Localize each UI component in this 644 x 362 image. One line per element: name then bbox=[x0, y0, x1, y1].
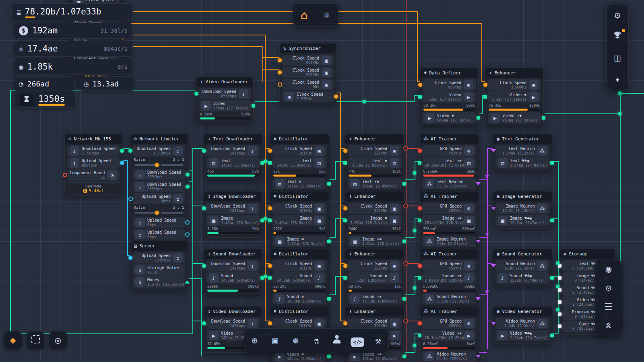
port-dot-red[interactable] bbox=[418, 321, 422, 325]
snd-icon[interactable]: ♪ bbox=[464, 273, 474, 283]
cooling-button[interactable]: ⊛ bbox=[287, 332, 305, 350]
dl-icon[interactable]: ↧ bbox=[70, 146, 79, 156]
port-dot-red[interactable] bbox=[418, 264, 422, 268]
port-dot-cyan[interactable] bbox=[120, 161, 124, 165]
port-ring-cyan[interactable] bbox=[185, 232, 190, 237]
node-server[interactable]: ▤ServerUpload Speed855Ybps↥$Storage Valu… bbox=[130, 241, 188, 290]
chip-icon[interactable]: ▣ bbox=[390, 261, 399, 271]
gauge-icon[interactable]: ◷ bbox=[107, 170, 117, 180]
ratio-slider[interactable]: Ratio5 : 5 bbox=[134, 157, 184, 166]
chip-icon[interactable]: ▣ bbox=[464, 80, 473, 90]
dollar2-icon[interactable]: $ bbox=[135, 277, 145, 287]
port-ring-orange[interactable] bbox=[278, 82, 282, 87]
neuron-icon[interactable]: ⁂ bbox=[537, 204, 547, 213]
port-dot-green[interactable] bbox=[186, 185, 190, 189]
neuron-icon[interactable]: ⁂ bbox=[425, 294, 434, 304]
port-sq-green[interactable] bbox=[418, 334, 421, 337]
game-canvas[interactable]: ▣Clock Speed1.93RHzClock Speed967YHzCloc… bbox=[0, 0, 644, 362]
port-tri-purple[interactable] bbox=[491, 264, 496, 267]
port-dot-orange[interactable] bbox=[343, 149, 347, 153]
node-ai-trainer-text[interactable]: ⁂AI TrainerGPU Speed453YHz⊛Text ↟✖28.2ae… bbox=[419, 134, 479, 192]
prestige-button[interactable]: ✦ bbox=[609, 70, 626, 88]
port-sq-green[interactable] bbox=[268, 276, 272, 280]
chip-icon[interactable]: ▣ bbox=[314, 261, 324, 271]
port-ring-cyan[interactable] bbox=[128, 197, 133, 201]
img-icon[interactable]: ▦ bbox=[209, 216, 219, 225]
port-tri-purple[interactable] bbox=[491, 322, 496, 325]
port-sq-green[interactable] bbox=[343, 276, 347, 280]
port-sq-green[interactable] bbox=[268, 161, 272, 165]
slider-knob[interactable] bbox=[155, 163, 159, 167]
port-sqw-white[interactable] bbox=[558, 300, 561, 304]
home-button[interactable]: ⌂ bbox=[295, 6, 313, 24]
workshop-button[interactable]: ⚒ bbox=[369, 332, 387, 350]
node-video-downloader-top[interactable]: ↧Video DownloaderDownload Speed855Ybps↧▶… bbox=[196, 76, 254, 123]
circle-tool-button[interactable]: ◎ bbox=[49, 331, 67, 349]
chip-icon[interactable]: ▣ bbox=[390, 319, 399, 328]
node-ai-trainer-image[interactable]: ⁂AI TrainerGPU Speed453YHz⊛Image ↟✖281ad… bbox=[419, 191, 479, 250]
snd-icon[interactable]: ♪ bbox=[209, 273, 219, 283]
node-video-generator[interactable]: ◉Video GeneratorVideo Neuron1.24b [113k/… bbox=[493, 306, 552, 344]
port-sq-green[interactable] bbox=[402, 240, 406, 243]
port-sq-green[interactable] bbox=[327, 182, 331, 186]
codex-button[interactable]: ◫ bbox=[609, 49, 626, 67]
node-enhancer-video-top[interactable]: ↟EnhancerClock Speed1.93RHz▣Video ▼1.1ac… bbox=[485, 68, 544, 126]
dl-icon[interactable]: ↧ bbox=[173, 146, 183, 156]
fan-icon[interactable]: ⊛ bbox=[464, 319, 474, 328]
img-icon[interactable]: ▦ bbox=[498, 216, 508, 225]
port-dot-green[interactable] bbox=[120, 149, 124, 153]
achievements-button[interactable] bbox=[609, 28, 626, 45]
snd-icon[interactable]: ♪ bbox=[390, 273, 399, 283]
node-distillator-text[interactable]: ✖DistillatorClock Speed161YHz▣Text142ac … bbox=[270, 134, 329, 192]
upgrade-button[interactable]: Upgrade$5.48al bbox=[66, 182, 120, 194]
software-button[interactable]: </> bbox=[349, 332, 366, 350]
node-enhancer-image[interactable]: ↟EnhancerClock Speed322YHz▣Image ✖7.07ad… bbox=[345, 191, 405, 250]
snd-icon[interactable]: ♪ bbox=[275, 294, 285, 304]
node-text-generator[interactable]: ◉Text GeneratorText Neuron1.24aa [113b/s… bbox=[493, 134, 552, 171]
chip-icon[interactable]: ▣ bbox=[285, 92, 294, 101]
chip-icon[interactable]: ▣ bbox=[314, 319, 324, 328]
port-dot-orange[interactable] bbox=[268, 206, 272, 210]
port-dot-orange[interactable] bbox=[343, 206, 347, 210]
port-sq-green[interactable] bbox=[402, 355, 406, 358]
select-tool-button[interactable] bbox=[27, 331, 44, 349]
snd-icon[interactable]: ♪ bbox=[350, 294, 360, 304]
port-sq-green[interactable] bbox=[252, 104, 255, 108]
neuron-icon[interactable]: ⁂ bbox=[537, 319, 547, 328]
port-sq-green[interactable] bbox=[418, 219, 421, 222]
port-sq-green[interactable] bbox=[327, 240, 331, 243]
ul-icon[interactable]: ↥ bbox=[70, 158, 79, 168]
neuron-icon[interactable]: ⁂ bbox=[537, 261, 547, 271]
port-dot-orange[interactable] bbox=[334, 95, 338, 99]
research-button[interactable]: ⚛ bbox=[318, 6, 336, 24]
neuron-icon[interactable]: ⁂ bbox=[425, 237, 434, 246]
port-tri-purple[interactable] bbox=[476, 240, 481, 243]
neuron-icon[interactable]: ⁂ bbox=[425, 352, 434, 361]
port-sq-green[interactable] bbox=[327, 355, 331, 358]
port-dot-red[interactable] bbox=[418, 149, 422, 153]
settings-button[interactable]: ⚙ bbox=[609, 6, 626, 24]
slider-knob[interactable] bbox=[155, 211, 159, 215]
dl-icon[interactable]: ↧ bbox=[248, 204, 257, 213]
port-sq-green[interactable] bbox=[550, 161, 554, 165]
chip-icon[interactable]: ▣ bbox=[322, 80, 331, 89]
port-sq-green[interactable] bbox=[550, 334, 554, 337]
neuron-icon[interactable]: ⁂ bbox=[537, 146, 547, 156]
chip-icon[interactable]: ▣ bbox=[314, 204, 324, 213]
node-distillator-image[interactable]: ✖DistillatorClock Speed161YHz▣Image1.43a… bbox=[270, 191, 329, 250]
port-sq-green[interactable] bbox=[402, 297, 406, 301]
port-sq-green[interactable] bbox=[550, 276, 554, 280]
storage-panel-button[interactable]: ☰ bbox=[600, 298, 617, 316]
port-sq-green[interactable] bbox=[268, 219, 272, 222]
img-icon[interactable]: ▦ bbox=[350, 237, 360, 246]
doc-icon[interactable]: ▤ bbox=[350, 179, 360, 189]
port-dot-green[interactable] bbox=[194, 92, 198, 96]
port-dot-green[interactable] bbox=[202, 321, 206, 325]
film-icon[interactable]: ▶ bbox=[498, 331, 508, 340]
film-icon[interactable]: ▶ bbox=[201, 101, 211, 111]
doc-icon[interactable]: ▤ bbox=[275, 179, 285, 189]
port-ring-red[interactable] bbox=[63, 173, 67, 177]
agents-button[interactable] bbox=[328, 332, 346, 350]
dl-icon[interactable]: ↧ bbox=[135, 182, 145, 191]
chip-icon[interactable]: ▣ bbox=[314, 146, 324, 156]
